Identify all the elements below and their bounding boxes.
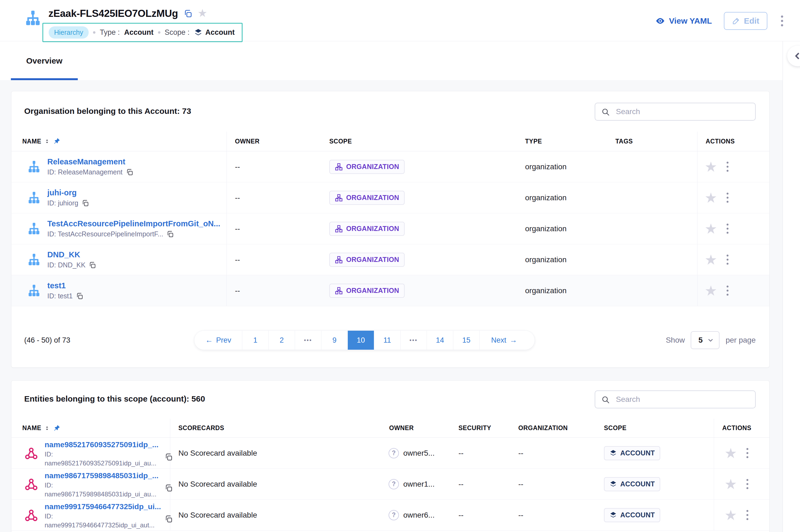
page-size-select[interactable]: 5 [691,331,720,349]
table-row[interactable]: TestAccResourcePipelineImportFromGit_oN.… [12,213,769,244]
favorite-star-icon[interactable] [724,477,737,491]
column-header-name[interactable]: NAME [12,419,170,437]
view-yaml-button[interactable]: View YAML [655,16,712,26]
row-more-menu[interactable] [725,222,730,235]
favorite-star-icon[interactable] [705,253,717,267]
unknown-owner-icon [388,448,399,458]
entities-search [595,391,756,408]
org-name-link[interactable]: juhi-org [47,188,77,197]
column-header-owner: OWNER [227,132,321,151]
unknown-owner-icon [388,479,399,489]
hierarchy-icon [25,10,41,26]
row-more-menu[interactable] [745,477,750,491]
table-row[interactable]: test1 ID: test1 -- ORGANIZATION organiza… [12,275,769,306]
organization-icon [28,284,40,297]
org-name-link[interactable]: DND_KK [47,250,80,259]
organization-value: -- [510,438,596,469]
copy-title-icon[interactable] [184,9,192,18]
owner-value: owner5... [403,449,435,458]
scope-badge: ACCOUNT [604,508,660,522]
page-button-14[interactable]: 14 [427,331,453,350]
page-button-15[interactable]: 15 [453,331,480,350]
org-id: ID: TestAccResourcePipelineImportF... [47,230,163,238]
favorite-star-icon[interactable] [705,284,717,298]
favorite-star-icon[interactable] [724,508,737,522]
favorite-star-icon[interactable] [705,160,717,174]
chevron-down-icon [707,337,714,344]
scope-badge: ORGANIZATION [329,160,405,174]
table-row[interactable]: DND_KK ID: DND_KK -- ORGANIZATION organi… [12,244,769,275]
entity-name-link[interactable]: name98671759898485031idp_... [44,471,159,481]
favorite-star-icon[interactable] [724,446,737,460]
table-row[interactable]: name9991759466477325idp_ui... ID: name99… [12,500,769,531]
entity-name-link[interactable]: name9991759466477325idp_ui... [44,502,161,512]
edit-button[interactable]: Edit [724,12,767,30]
scorecards-value: No Scorecard available [170,500,381,530]
copy-icon[interactable] [126,169,133,176]
scope-value: Account [205,28,235,37]
favorite-star-icon[interactable]: ★ [198,7,207,18]
sort-icon[interactable] [44,425,50,431]
entity-id: name98671759898485031idp_ui_au... [44,490,159,498]
row-more-menu[interactable] [725,191,730,204]
org-id: ID: juhiorg [47,199,78,207]
row-more-menu[interactable] [745,508,750,522]
page-button-1[interactable]: 1 [242,331,269,350]
prev-page-button[interactable]: Prev [195,331,242,350]
favorite-star-icon[interactable] [705,222,717,236]
page-button-11[interactable]: 11 [374,331,401,350]
tab-overview-label: Overview [26,56,62,65]
column-header-name[interactable]: NAME [12,132,227,151]
copy-icon[interactable] [89,261,96,269]
table-row[interactable]: name98521760935275091idp_... ID: name985… [12,438,769,469]
column-header-scope: SCOPE [321,132,517,151]
page-header: zEaak-FLS425IEO7OLzMUg ★ Hierarchy Type … [0,0,800,41]
page-button-2[interactable]: 2 [269,331,295,350]
scope-label: Scope : [165,28,190,37]
org-name-link[interactable]: test1 [47,281,66,290]
table-row[interactable]: ReleaseManagement ID: ReleaseManagement … [12,151,769,182]
organisations-title: Organisation belonging to this Account: … [24,107,191,116]
scope-badge: ACCOUNT [604,446,660,460]
copy-icon[interactable] [76,292,83,300]
org-id: ID: ReleaseManagement [47,168,123,176]
pin-icon[interactable] [53,424,60,432]
collapse-panel-button[interactable] [787,46,800,66]
header-more-menu[interactable] [779,14,785,28]
type-value: organization [517,182,607,213]
column-header-scope: SCOPE [596,419,714,437]
page-button-10-active[interactable]: 10 [348,331,374,350]
row-more-menu[interactable] [725,284,730,297]
favorite-star-icon[interactable] [705,191,717,205]
copy-icon[interactable] [81,200,89,207]
row-more-menu[interactable] [725,160,730,173]
security-value: -- [450,438,510,469]
entity-name-link[interactable]: name98521760935275091idp_... [44,440,159,450]
table-row[interactable]: juhi-org ID: juhiorg -- ORGANIZATION org… [12,182,769,213]
sort-icon[interactable] [44,138,50,144]
page-button-9[interactable]: 9 [322,331,348,350]
copy-icon[interactable] [164,484,173,492]
org-id: ID: test1 [47,292,73,300]
org-id: ID: DND_KK [47,261,85,269]
org-name-link[interactable]: TestAccResourcePipelineImportFromGit_oN.… [47,219,220,228]
row-more-menu[interactable] [745,446,750,460]
tab-overview[interactable]: Overview [11,41,78,80]
copy-icon[interactable] [164,453,173,461]
edit-label: Edit [744,16,760,25]
entity-icon [24,447,38,460]
tags-cell [607,182,697,213]
page-ellipsis: ••• [295,331,322,350]
tags-cell [607,275,697,306]
copy-icon[interactable] [164,515,173,523]
row-more-menu[interactable] [725,253,730,266]
column-header-type: TYPE [517,132,607,151]
pager: Prev 1 2 ••• 9 10 11 ••• 14 15 Next [194,330,535,350]
table-row[interactable]: name98671759898485031idp_... ID: name986… [12,469,769,500]
next-page-button[interactable]: Next [480,331,529,350]
organisations-search-input[interactable] [595,103,756,121]
pin-icon[interactable] [53,137,60,145]
copy-icon[interactable] [166,230,174,238]
org-name-link[interactable]: ReleaseManagement [47,157,125,166]
entities-search-input[interactable] [595,391,756,408]
